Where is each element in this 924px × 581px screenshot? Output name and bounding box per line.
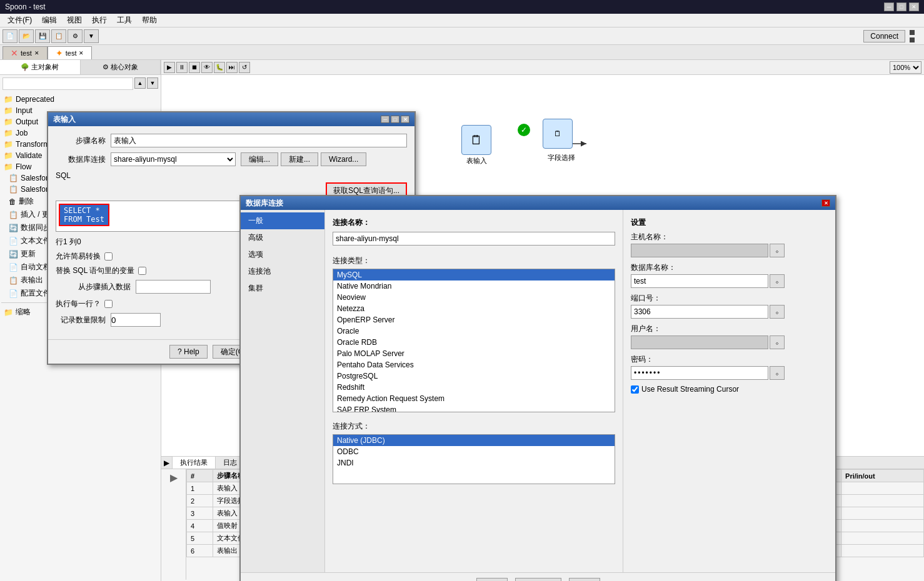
- conn-type-native-mondrian[interactable]: Native Mondrian: [333, 281, 615, 292]
- step-btn[interactable]: ⏭: [226, 62, 238, 73]
- conn-type-section: 连接类型： MySQL Native Mondrian Neoview Nete…: [333, 256, 615, 412]
- help-btn[interactable]: ? Help: [169, 345, 208, 359]
- left-tab-main[interactable]: 🌳 主对象树: [0, 60, 81, 74]
- conn-type-sap[interactable]: SAP ERP System: [333, 404, 615, 412]
- user-input[interactable]: [631, 335, 768, 349]
- conn-type-mysql[interactable]: MySQL: [333, 269, 615, 281]
- db-nav-pool[interactable]: 连接池: [241, 263, 324, 280]
- menu-tools[interactable]: 工具: [112, 14, 137, 27]
- toolbar-settings[interactable]: ⚙: [68, 29, 83, 43]
- db-conn-row: 数据库连接 share-aliyun-mysql 编辑... 新建... Wiz…: [56, 152, 407, 166]
- tab-close-1[interactable]: ✕: [34, 50, 39, 56]
- run-btn[interactable]: ▶: [164, 62, 175, 73]
- record-limit-input[interactable]: [111, 313, 161, 327]
- menu-help[interactable]: 帮助: [137, 14, 162, 27]
- close-btn[interactable]: ✕: [909, 2, 919, 11]
- toolbar-open[interactable]: 📂: [19, 29, 34, 43]
- host-input[interactable]: [631, 244, 768, 257]
- menu-file[interactable]: 文件(F): [3, 14, 37, 27]
- dialog-close-btn[interactable]: ✕: [401, 116, 409, 123]
- icon-text-output: 📄: [9, 237, 18, 246]
- replay-btn[interactable]: ↺: [239, 62, 250, 73]
- conn-type-openerp[interactable]: OpenERP Server: [333, 314, 615, 325]
- menu-run[interactable]: 执行: [87, 14, 112, 27]
- table-input-icon: 🗒: [470, 133, 483, 147]
- port-field: 端口号： ⬦: [631, 293, 828, 319]
- execute-each-row-cb[interactable]: [104, 300, 113, 308]
- wizard-btn[interactable]: Wizard...: [321, 152, 366, 166]
- new-btn[interactable]: 新建...: [281, 152, 318, 166]
- conn-type-oracle-rdb[interactable]: Oracle RDB: [333, 337, 615, 348]
- menu-view[interactable]: 视图: [62, 14, 87, 27]
- menu-edit[interactable]: 编辑: [37, 14, 62, 27]
- maximize-btn[interactable]: □: [896, 2, 906, 11]
- conn-type-palo[interactable]: Palo MOLAP Server: [333, 348, 615, 359]
- search-input[interactable]: [3, 77, 133, 90]
- stop-btn[interactable]: ⏹: [189, 62, 200, 73]
- dialog-max-btn[interactable]: □: [391, 116, 399, 123]
- toolbar-dropdown[interactable]: ▼: [84, 29, 99, 43]
- zoom-select[interactable]: 100% 75% 50% 150%: [890, 61, 921, 74]
- tab-test2[interactable]: ✦ test ✕: [48, 46, 93, 59]
- conn-type-redshift[interactable]: Redshift: [333, 382, 615, 393]
- db-nav-options[interactable]: 选项: [241, 246, 324, 263]
- password-btn[interactable]: ⬦: [770, 366, 785, 380]
- pause-btn[interactable]: ⏸: [176, 62, 188, 73]
- test-btn[interactable]: 测试: [476, 578, 508, 581]
- replace-sql-vars-cb[interactable]: [138, 267, 146, 275]
- db-conn-close-btn[interactable]: ✕: [821, 199, 830, 207]
- bottom-tab-results[interactable]: 执行结果: [173, 457, 216, 469]
- use-result-streaming-cb[interactable]: [631, 385, 639, 394]
- bottom-tab-icon[interactable]: ▶: [161, 457, 173, 469]
- conn-type-neoview[interactable]: Neoview: [333, 292, 615, 303]
- dbname-input[interactable]: [631, 274, 768, 288]
- db-nav-advanced[interactable]: 高级: [241, 229, 324, 246]
- conn-name-input[interactable]: [333, 232, 615, 246]
- conn-method-jndi[interactable]: JNDI: [333, 457, 615, 469]
- connect-button[interactable]: Connect: [863, 30, 905, 42]
- insert-from-step-input[interactable]: [136, 280, 211, 294]
- conn-method-list[interactable]: Native (JDBC) ODBC JNDI: [333, 434, 615, 484]
- port-input[interactable]: [631, 305, 768, 319]
- edit-btn[interactable]: 编辑...: [241, 152, 278, 166]
- conn-method-odbc[interactable]: ODBC: [333, 446, 615, 457]
- tree-item-deprecated[interactable]: 📁 Deprecated: [1, 94, 159, 105]
- db-conn-right: 设置 主机名称： ⬦ 数据库名称： ⬦ 端口号： ⬦: [623, 210, 835, 572]
- toolbar-save[interactable]: 💾: [35, 29, 50, 43]
- db-conn-select[interactable]: share-aliyun-mysql: [111, 152, 236, 166]
- conn-type-postgresql[interactable]: PostgreSQL: [333, 370, 615, 382]
- db-nav-cluster[interactable]: 集群: [241, 280, 324, 297]
- left-tab-core[interactable]: ⚙ 核心对象: [81, 60, 161, 74]
- db-nav-general[interactable]: 一般: [241, 212, 324, 229]
- password-input[interactable]: [631, 366, 768, 380]
- conn-type-remedy[interactable]: Remedy Action Request System: [333, 393, 615, 404]
- search-arrow-down[interactable]: ▼: [147, 77, 158, 89]
- toolbar-new[interactable]: 📄: [3, 29, 18, 43]
- dbname-btn[interactable]: ⬦: [770, 274, 785, 288]
- bottom-run-icon[interactable]: ▶: [170, 472, 178, 484]
- debug-btn[interactable]: 🐛: [214, 62, 225, 73]
- canvas-step-tableinput[interactable]: 🗒 表输入: [461, 125, 491, 166]
- browse-btn[interactable]: 浏览: [569, 578, 600, 581]
- folder-icon-output: 📁: [4, 117, 13, 126]
- port-btn[interactable]: ⬦: [770, 305, 785, 319]
- toolbar-saveas[interactable]: 📋: [51, 29, 66, 43]
- host-input-group: ⬦: [631, 244, 828, 257]
- simple-convert-cb[interactable]: [104, 252, 113, 261]
- tab-test1[interactable]: ✕ test ✕: [3, 46, 48, 59]
- features-btn[interactable]: 特征列表: [515, 578, 561, 581]
- canvas-step-2[interactable]: 🗒: [543, 119, 573, 149]
- conn-type-pentaho[interactable]: Pentaho Data Services: [333, 359, 615, 370]
- conn-type-oracle[interactable]: Oracle: [333, 325, 615, 337]
- search-arrow-up[interactable]: ▲: [134, 77, 146, 89]
- host-btn[interactable]: ⬦: [770, 244, 785, 257]
- preview-btn[interactable]: 👁: [201, 62, 213, 73]
- minimize-btn[interactable]: ─: [884, 2, 894, 11]
- tab-close-2[interactable]: ✕: [79, 50, 84, 56]
- step-name-input[interactable]: [111, 134, 407, 147]
- conn-type-list[interactable]: MySQL Native Mondrian Neoview Netezza Op…: [333, 269, 615, 412]
- dialog-min-btn[interactable]: ─: [381, 116, 389, 123]
- user-btn[interactable]: ⬦: [770, 335, 785, 349]
- conn-type-netezza[interactable]: Netezza: [333, 303, 615, 314]
- conn-method-jdbc[interactable]: Native (JDBC): [333, 435, 615, 446]
